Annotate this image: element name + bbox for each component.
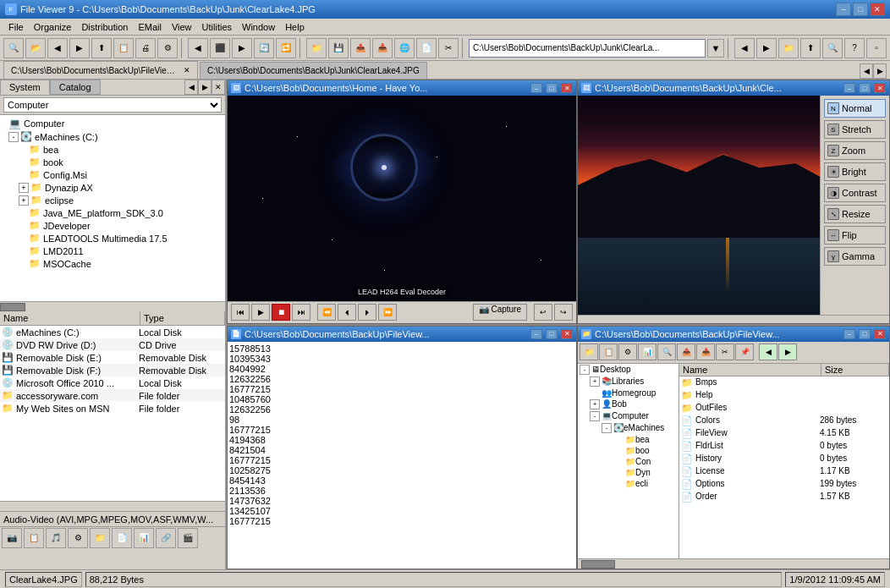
tab-0[interactable]: C:\Users\Bob\Documents\BackUp\FileView9\… [3, 61, 198, 79]
tree-item-dynazip[interactable]: + 📁 Dynazip AX [2, 181, 223, 194]
menu-organize[interactable]: Organize [29, 20, 77, 34]
menu-view[interactable]: View [167, 20, 197, 34]
panel-btn-1[interactable]: 📷 [2, 528, 22, 548]
tree-item-book[interactable]: 📁 book [2, 156, 223, 168]
fm-tree-ecli[interactable]: 📁 ecli [578, 478, 678, 489]
path-input[interactable] [469, 39, 706, 58]
fm-file-row-7[interactable]: 📄 License 1.17 KB [679, 465, 889, 478]
col-name[interactable]: Name [0, 311, 140, 325]
file-row-1[interactable]: 💿 DVD RW Drive (D:) CD Drive [0, 338, 225, 351]
tab-1[interactable]: C:\Users\Bob\Documents\BackUp\Junk\Clear… [200, 62, 427, 79]
toolbar-forward[interactable]: ▶ [69, 38, 90, 58]
toolbar-open[interactable]: 📂 [25, 38, 46, 58]
fm-col-size[interactable]: Size [821, 364, 889, 376]
fm-file-row-3[interactable]: 📄 Colors 286 bytes [679, 415, 889, 427]
vc-stop[interactable]: ⏹ [272, 304, 290, 321]
panel-btn-4[interactable]: ⚙ [68, 528, 88, 548]
panel-btn-7[interactable]: 📊 [134, 528, 154, 548]
fm-file-row-6[interactable]: 📄 History 0 bytes [679, 453, 889, 465]
panel-tab-system[interactable]: System [0, 80, 50, 95]
fm-file-row-5[interactable]: 📄 FldrList 0 bytes [679, 440, 889, 453]
tree-hscroll[interactable] [0, 301, 225, 311]
file-row-2[interactable]: 💾 Removable Disk (E:) Removable Disk [0, 351, 225, 364]
fm-col-name[interactable]: Name [679, 364, 821, 376]
file-row-3[interactable]: 💾 Removable Disk (F:) Removable Disk [0, 364, 225, 376]
toolbar-btn16[interactable]: ◀ [734, 38, 755, 58]
panel-btn-8[interactable]: 🔗 [156, 528, 176, 548]
fm-file-row-0[interactable]: 📁 Bmps [679, 376, 889, 389]
panel-btn-5[interactable]: 📁 [90, 528, 110, 548]
fm-file-row-9[interactable]: 📄 Order 1.57 KB [679, 491, 889, 503]
menu-utilities[interactable]: Utilities [197, 20, 237, 34]
btn-resize[interactable]: ⤡ Resize [824, 205, 886, 223]
fm-tree-homegroup[interactable]: 👥 Homegroup [578, 387, 678, 398]
vc-next[interactable]: ⏵ [358, 304, 376, 321]
toolbar-btn6[interactable]: ▶ [232, 38, 252, 58]
tab-nav-right[interactable]: ▶ [873, 63, 887, 79]
fm-btn-5[interactable]: 🔍 [657, 343, 676, 360]
data-window-maximize[interactable]: □ [546, 329, 558, 339]
image-window-2-close[interactable]: ✕ [874, 83, 886, 93]
panel-btn-2[interactable]: 📋 [24, 528, 44, 548]
tree-item-eclipse[interactable]: + 📁 eclipse [2, 194, 223, 206]
toolbar-btn13[interactable]: 🌐 [394, 38, 415, 58]
toolbar-btn20[interactable]: 🔍 [822, 38, 843, 58]
toolbar-btn4[interactable]: ◀ [188, 38, 208, 58]
image-window-2-maximize[interactable]: □ [859, 83, 871, 93]
tree-item-lead[interactable]: 📁 LEADTOOLS Multimedia 17.5 [2, 232, 223, 245]
vc-redo[interactable]: ↪ [554, 304, 573, 321]
tree-item-mso[interactable]: 📁 MSOCache [2, 257, 223, 270]
fm-tree-computer[interactable]: - 💻 Computer [578, 410, 678, 422]
fm-window-maximize[interactable]: □ [859, 329, 871, 339]
data-window-minimize[interactable]: – [530, 329, 542, 339]
toolbar-search[interactable]: 🔍 [3, 38, 24, 58]
file-row-4[interactable]: 💿 Microsoft Office 2010 ... Local Disk [0, 376, 225, 389]
menu-distribution[interactable]: Distribution [76, 20, 133, 34]
tab-0-close[interactable]: ✕ [184, 66, 190, 74]
toolbar-btn5[interactable]: ⬛ [210, 38, 230, 58]
toolbar-btn9[interactable]: 📁 [306, 38, 327, 58]
vc-prev[interactable]: ⏴ [338, 304, 356, 321]
vc-play[interactable]: ▶ [251, 304, 270, 321]
fm-tree-emachines[interactable]: - 💽 eMachines [578, 422, 678, 434]
tree-item-root[interactable]: 💻 Computer [2, 117, 223, 130]
col-type[interactable]: Type [140, 311, 225, 325]
btn-gamma[interactable]: γ Gamma [824, 247, 886, 266]
fm-btn-3[interactable]: ⚙ [618, 343, 637, 360]
fm-file-row-4[interactable]: 📄 FileView 4.15 KB [679, 427, 889, 440]
toolbar-btn14[interactable]: 📄 [416, 38, 437, 58]
path-dropdown-button[interactable]: ▼ [707, 39, 724, 58]
file-row-6[interactable]: 📁 My Web Sites on MSN File folder [0, 402, 225, 415]
fm-tree-bob[interactable]: + 👤 Bob [578, 398, 678, 410]
fm-btn-6[interactable]: 📤 [677, 343, 695, 360]
tree-item-drive-c[interactable]: - 💽 eMachines (C:) [2, 130, 223, 143]
menu-help[interactable]: Help [280, 20, 310, 34]
fm-btn-1[interactable]: 📁 [580, 343, 598, 360]
panel-nav-right[interactable]: ▶ [198, 80, 212, 95]
toolbar-btn17[interactable]: ▶ [756, 38, 777, 58]
toolbar-btn21[interactable]: ▫ [866, 38, 887, 58]
fm-btn-8[interactable]: ✂ [716, 343, 734, 360]
tree-dropdown[interactable]: Computer [3, 97, 222, 113]
tab-nav-left[interactable]: ◀ [860, 63, 873, 79]
toolbar-btn19[interactable]: ⬆ [800, 38, 821, 58]
toolbar-btn15[interactable]: ✂ [438, 38, 459, 58]
panel-btn-6[interactable]: 📄 [112, 528, 132, 548]
vc-capture[interactable]: 📷 Capture [473, 304, 527, 321]
file-row-0[interactable]: 💿 eMachines (C:) Local Disk [0, 326, 225, 338]
panel-btn-9[interactable]: 🎬 [178, 528, 198, 548]
toolbar-btn8[interactable]: 🔁 [276, 38, 296, 58]
image-window-2-minimize[interactable]: – [843, 83, 855, 93]
fm-file-row-2[interactable]: 📁 OutFiles [679, 402, 889, 415]
tree-item-bea[interactable]: 📁 bea [2, 143, 223, 156]
tree-expander-c[interactable]: - [8, 132, 19, 142]
image-window-1-close[interactable]: ✕ [561, 83, 573, 93]
fm-file-row-1[interactable]: 📁 Help [679, 389, 889, 402]
vc-ffwd[interactable]: ⏩ [378, 304, 397, 321]
menu-email[interactable]: EMail [133, 20, 167, 34]
tree-item-jdev[interactable]: 📁 JDeveloper [2, 219, 223, 232]
panel-btn-3[interactable]: 🎵 [46, 528, 66, 548]
tree-expander-eclipse[interactable]: + [19, 195, 29, 206]
toolbar-btn12[interactable]: 📥 [372, 38, 393, 58]
toolbar-btn3[interactable]: ⚙ [157, 38, 178, 58]
